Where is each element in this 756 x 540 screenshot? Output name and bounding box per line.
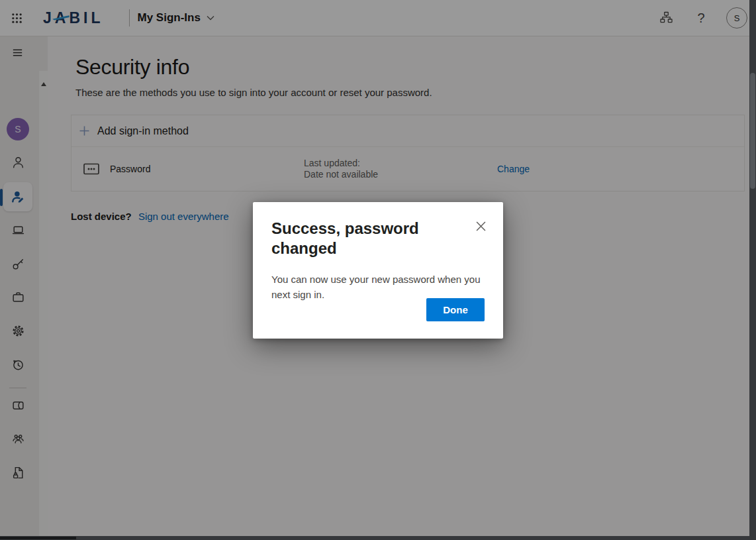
dialog-title: Success, password changed [271,219,485,258]
success-dialog: Success, password changed You can now us… [253,202,503,339]
done-button[interactable]: Done [426,298,485,321]
vertical-scrollbar[interactable] [749,0,756,540]
horizontal-scrollbar-thumb[interactable] [0,537,76,539]
vertical-scrollbar-thumb[interactable] [750,73,755,189]
horizontal-scrollbar[interactable] [0,536,756,540]
close-icon [476,221,486,231]
dialog-close-button[interactable] [475,220,487,233]
